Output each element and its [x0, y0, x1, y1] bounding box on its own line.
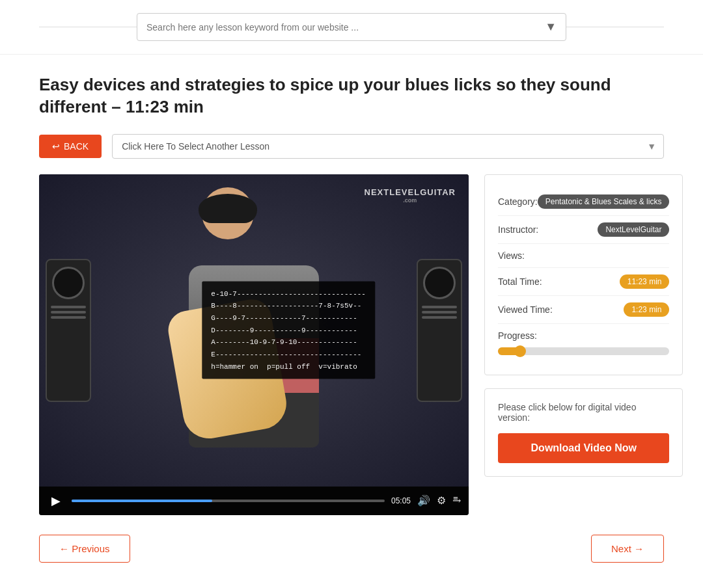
download-button[interactable]: Download Video Now [498, 433, 669, 463]
header: ▼ [0, 0, 703, 55]
speaker-vent [422, 311, 457, 314]
content-area: e-10-7------------------------------ B--… [39, 174, 664, 515]
volume-icon[interactable]: 🔊 [417, 494, 430, 507]
back-label: BACK [64, 141, 89, 152]
next-label: Next → [611, 543, 644, 554]
navigation-row: ← Previous Next → [39, 535, 664, 563]
total-time-badge: 11:23 min [620, 274, 670, 289]
speaker-vent [51, 316, 86, 319]
video-time: 05:05 [391, 496, 411, 505]
chevron-down-icon: ▼ [545, 20, 557, 34]
views-row: Views: [498, 244, 669, 268]
next-button[interactable]: Next → [591, 535, 664, 563]
speaker-cone-right [423, 267, 456, 299]
play-button[interactable]: ▶ [47, 492, 65, 510]
progress-thumb [514, 345, 526, 357]
speaker-vent [422, 316, 457, 319]
viewed-time-label: Viewed Time: [498, 304, 553, 315]
video-placeholder: e-10-7------------------------------ B--… [39, 174, 469, 487]
logo-overlay: NEXTLEVELGUITAR .com [365, 187, 456, 204]
progress-label: Progress: [498, 330, 669, 341]
main-content: Easy devices and strategies to spice up … [0, 55, 703, 588]
viewed-time-badge: 1:23 min [624, 302, 669, 317]
video-player: e-10-7------------------------------ B--… [39, 174, 469, 515]
search-container[interactable]: ▼ [137, 13, 566, 41]
total-time-row: Total Time: 11:23 min [498, 268, 669, 296]
person-hat [199, 194, 257, 223]
settings-icon[interactable]: ⚙ [437, 494, 446, 507]
video-controls: ▶ 05:05 🔊 ⚙ ⥱ [39, 487, 469, 515]
page-title: Easy devices and strategies to spice up … [39, 74, 664, 118]
speaker-right [417, 259, 462, 402]
lesson-select[interactable]: Click Here To Select Another Lesson [112, 134, 664, 159]
tab-notation: e-10-7------------------------------ B--… [202, 281, 375, 379]
search-input[interactable] [146, 22, 545, 33]
total-time-label: Total Time: [498, 276, 542, 287]
video-background: e-10-7------------------------------ B--… [39, 174, 469, 487]
viewed-time-row: Viewed Time: 1:23 min [498, 296, 669, 324]
instructor-badge: NextLevelGuitar [598, 222, 669, 237]
info-card: Category: Pentatonic & Blues Scales & li… [484, 174, 683, 375]
logo-text-main: NEXTLEVELGUITAR [365, 187, 456, 197]
speaker-cone-left [52, 267, 85, 299]
download-prompt: Please click below for digital video ver… [498, 402, 669, 423]
header-line-left [39, 27, 137, 27]
header-line-right [566, 27, 664, 27]
fullscreen-icon[interactable]: ⥱ [452, 494, 461, 507]
lesson-select-container: Click Here To Select Another Lesson ▼ [112, 134, 664, 159]
video-progress-fill [72, 500, 212, 502]
back-button[interactable]: ↩ BACK [39, 135, 102, 158]
views-label: Views: [498, 250, 525, 261]
speaker-vent [51, 306, 86, 308]
progress-fill [498, 347, 520, 355]
controls-row: ↩ BACK Click Here To Select Another Less… [39, 134, 664, 159]
category-row: Category: Pentatonic & Blues Scales & li… [498, 188, 669, 216]
category-badge: Pentatonic & Blues Scales & licks [538, 194, 670, 209]
instructor-label: Instructor: [498, 224, 538, 235]
back-arrow-icon: ↩ [52, 141, 60, 152]
sidebar-panel: Category: Pentatonic & Blues Scales & li… [484, 174, 683, 477]
logo-text-sub: .com [365, 197, 456, 204]
previous-label: ← Previous [59, 543, 110, 554]
speaker-vent [422, 306, 457, 308]
video-control-icons: 🔊 ⚙ ⥱ [417, 494, 461, 507]
speaker-vent [51, 311, 86, 314]
progress-row: Progress: [498, 324, 669, 362]
instructor-row: Instructor: NextLevelGuitar [498, 216, 669, 244]
download-card: Please click below for digital video ver… [484, 388, 683, 477]
speaker-left [46, 259, 91, 402]
category-label: Category: [498, 196, 538, 207]
progress-track[interactable] [498, 347, 669, 355]
previous-button[interactable]: ← Previous [39, 535, 130, 563]
video-progress-bar[interactable] [72, 500, 385, 502]
